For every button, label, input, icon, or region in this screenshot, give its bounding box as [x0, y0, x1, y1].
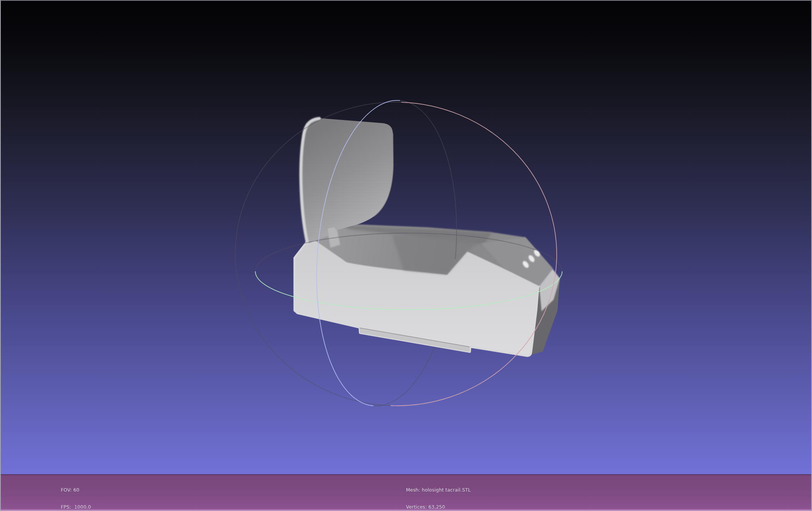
status-bar: FOV: 60 FPS: 1000.0 BO_RENDERING Mesh: h… [1, 474, 811, 510]
fps-label: FPS: 1000.0 [61, 504, 99, 510]
flip-lens-cover [301, 118, 393, 244]
vertices-count-label: Vertices: 63,250 [406, 504, 471, 510]
mesh-model[interactable] [294, 118, 560, 356]
fov-label: FOV: 60 [61, 487, 99, 493]
mesh-name-label: Mesh: holosight tacrail.STL [406, 487, 471, 493]
mesh-stats-block: Mesh: holosight tacrail.STL Vertices: 63… [406, 476, 471, 511]
meshlab-viewport-window: FOV: 60 FPS: 1000.0 BO_RENDERING Mesh: h… [0, 0, 812, 511]
render-stats-block: FOV: 60 FPS: 1000.0 BO_RENDERING [61, 476, 99, 511]
mesh-3d-canvas[interactable] [1, 1, 812, 511]
